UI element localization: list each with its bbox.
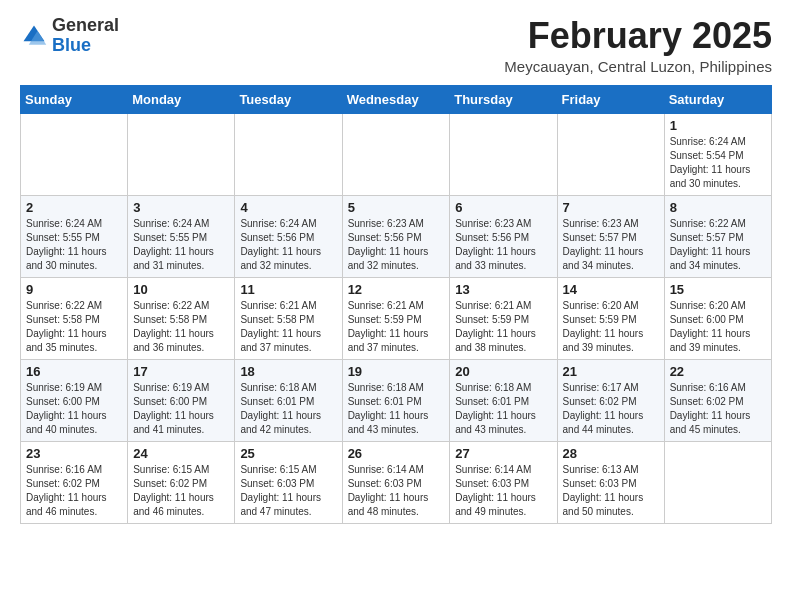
calendar-cell: 16Sunrise: 6:19 AM Sunset: 6:00 PM Dayli…: [21, 359, 128, 441]
logo-general-text: General: [52, 15, 119, 35]
calendar-cell: 27Sunrise: 6:14 AM Sunset: 6:03 PM Dayli…: [450, 441, 557, 523]
day-info: Sunrise: 6:24 AM Sunset: 5:56 PM Dayligh…: [240, 217, 336, 273]
page-header: General Blue February 2025 Meycauayan, C…: [20, 16, 772, 75]
day-info: Sunrise: 6:15 AM Sunset: 6:02 PM Dayligh…: [133, 463, 229, 519]
day-of-week-header: Friday: [557, 85, 664, 113]
days-of-week-row: SundayMondayTuesdayWednesdayThursdayFrid…: [21, 85, 772, 113]
calendar-cell: 21Sunrise: 6:17 AM Sunset: 6:02 PM Dayli…: [557, 359, 664, 441]
calendar-week-row: 16Sunrise: 6:19 AM Sunset: 6:00 PM Dayli…: [21, 359, 772, 441]
day-number: 3: [133, 200, 229, 215]
day-info: Sunrise: 6:18 AM Sunset: 6:01 PM Dayligh…: [348, 381, 445, 437]
day-number: 9: [26, 282, 122, 297]
location-subtitle: Meycauayan, Central Luzon, Philippines: [504, 58, 772, 75]
calendar-cell: 12Sunrise: 6:21 AM Sunset: 5:59 PM Dayli…: [342, 277, 450, 359]
day-number: 18: [240, 364, 336, 379]
day-number: 15: [670, 282, 766, 297]
calendar-cell: 22Sunrise: 6:16 AM Sunset: 6:02 PM Dayli…: [664, 359, 771, 441]
calendar-cell: 10Sunrise: 6:22 AM Sunset: 5:58 PM Dayli…: [128, 277, 235, 359]
calendar-cell: 24Sunrise: 6:15 AM Sunset: 6:02 PM Dayli…: [128, 441, 235, 523]
day-number: 10: [133, 282, 229, 297]
day-info: Sunrise: 6:21 AM Sunset: 5:58 PM Dayligh…: [240, 299, 336, 355]
calendar-cell: 20Sunrise: 6:18 AM Sunset: 6:01 PM Dayli…: [450, 359, 557, 441]
calendar-cell: 9Sunrise: 6:22 AM Sunset: 5:58 PM Daylig…: [21, 277, 128, 359]
calendar-cell: 8Sunrise: 6:22 AM Sunset: 5:57 PM Daylig…: [664, 195, 771, 277]
day-info: Sunrise: 6:20 AM Sunset: 6:00 PM Dayligh…: [670, 299, 766, 355]
day-info: Sunrise: 6:20 AM Sunset: 5:59 PM Dayligh…: [563, 299, 659, 355]
calendar-week-row: 9Sunrise: 6:22 AM Sunset: 5:58 PM Daylig…: [21, 277, 772, 359]
calendar-cell: 4Sunrise: 6:24 AM Sunset: 5:56 PM Daylig…: [235, 195, 342, 277]
day-number: 14: [563, 282, 659, 297]
calendar-week-row: 23Sunrise: 6:16 AM Sunset: 6:02 PM Dayli…: [21, 441, 772, 523]
calendar-cell: 19Sunrise: 6:18 AM Sunset: 6:01 PM Dayli…: [342, 359, 450, 441]
calendar-cell: 2Sunrise: 6:24 AM Sunset: 5:55 PM Daylig…: [21, 195, 128, 277]
calendar-cell: 26Sunrise: 6:14 AM Sunset: 6:03 PM Dayli…: [342, 441, 450, 523]
logo-icon: [20, 22, 48, 50]
calendar-cell: 28Sunrise: 6:13 AM Sunset: 6:03 PM Dayli…: [557, 441, 664, 523]
day-info: Sunrise: 6:23 AM Sunset: 5:57 PM Dayligh…: [563, 217, 659, 273]
calendar-cell: 5Sunrise: 6:23 AM Sunset: 5:56 PM Daylig…: [342, 195, 450, 277]
day-number: 20: [455, 364, 551, 379]
day-info: Sunrise: 6:21 AM Sunset: 5:59 PM Dayligh…: [455, 299, 551, 355]
day-number: 5: [348, 200, 445, 215]
calendar-week-row: 1Sunrise: 6:24 AM Sunset: 5:54 PM Daylig…: [21, 113, 772, 195]
day-number: 22: [670, 364, 766, 379]
day-info: Sunrise: 6:18 AM Sunset: 6:01 PM Dayligh…: [240, 381, 336, 437]
day-number: 16: [26, 364, 122, 379]
day-info: Sunrise: 6:16 AM Sunset: 6:02 PM Dayligh…: [26, 463, 122, 519]
day-info: Sunrise: 6:19 AM Sunset: 6:00 PM Dayligh…: [133, 381, 229, 437]
calendar-cell: 23Sunrise: 6:16 AM Sunset: 6:02 PM Dayli…: [21, 441, 128, 523]
calendar-cell: 18Sunrise: 6:18 AM Sunset: 6:01 PM Dayli…: [235, 359, 342, 441]
month-year-title: February 2025: [504, 16, 772, 56]
day-number: 4: [240, 200, 336, 215]
day-number: 21: [563, 364, 659, 379]
day-number: 12: [348, 282, 445, 297]
day-number: 28: [563, 446, 659, 461]
day-info: Sunrise: 6:24 AM Sunset: 5:54 PM Dayligh…: [670, 135, 766, 191]
calendar-cell: [664, 441, 771, 523]
calendar-cell: [21, 113, 128, 195]
day-number: 1: [670, 118, 766, 133]
day-number: 25: [240, 446, 336, 461]
day-number: 26: [348, 446, 445, 461]
day-of-week-header: Wednesday: [342, 85, 450, 113]
day-info: Sunrise: 6:19 AM Sunset: 6:00 PM Dayligh…: [26, 381, 122, 437]
calendar-cell: [450, 113, 557, 195]
day-number: 27: [455, 446, 551, 461]
title-area: February 2025 Meycauayan, Central Luzon,…: [504, 16, 772, 75]
calendar-cell: [235, 113, 342, 195]
calendar-cell: [128, 113, 235, 195]
day-info: Sunrise: 6:24 AM Sunset: 5:55 PM Dayligh…: [133, 217, 229, 273]
day-info: Sunrise: 6:22 AM Sunset: 5:58 PM Dayligh…: [133, 299, 229, 355]
day-of-week-header: Thursday: [450, 85, 557, 113]
day-of-week-header: Saturday: [664, 85, 771, 113]
calendar-week-row: 2Sunrise: 6:24 AM Sunset: 5:55 PM Daylig…: [21, 195, 772, 277]
day-info: Sunrise: 6:15 AM Sunset: 6:03 PM Dayligh…: [240, 463, 336, 519]
calendar-cell: [342, 113, 450, 195]
day-of-week-header: Monday: [128, 85, 235, 113]
day-info: Sunrise: 6:23 AM Sunset: 5:56 PM Dayligh…: [348, 217, 445, 273]
logo: General Blue: [20, 16, 119, 56]
day-number: 7: [563, 200, 659, 215]
day-number: 23: [26, 446, 122, 461]
calendar-cell: 13Sunrise: 6:21 AM Sunset: 5:59 PM Dayli…: [450, 277, 557, 359]
calendar-cell: 1Sunrise: 6:24 AM Sunset: 5:54 PM Daylig…: [664, 113, 771, 195]
day-number: 17: [133, 364, 229, 379]
day-info: Sunrise: 6:17 AM Sunset: 6:02 PM Dayligh…: [563, 381, 659, 437]
calendar-cell: 17Sunrise: 6:19 AM Sunset: 6:00 PM Dayli…: [128, 359, 235, 441]
calendar-header: SundayMondayTuesdayWednesdayThursdayFrid…: [21, 85, 772, 113]
calendar-body: 1Sunrise: 6:24 AM Sunset: 5:54 PM Daylig…: [21, 113, 772, 523]
calendar-cell: 3Sunrise: 6:24 AM Sunset: 5:55 PM Daylig…: [128, 195, 235, 277]
day-info: Sunrise: 6:13 AM Sunset: 6:03 PM Dayligh…: [563, 463, 659, 519]
day-info: Sunrise: 6:14 AM Sunset: 6:03 PM Dayligh…: [348, 463, 445, 519]
calendar-table: SundayMondayTuesdayWednesdayThursdayFrid…: [20, 85, 772, 524]
day-number: 6: [455, 200, 551, 215]
day-info: Sunrise: 6:16 AM Sunset: 6:02 PM Dayligh…: [670, 381, 766, 437]
logo-blue-text: Blue: [52, 35, 91, 55]
day-info: Sunrise: 6:23 AM Sunset: 5:56 PM Dayligh…: [455, 217, 551, 273]
day-number: 8: [670, 200, 766, 215]
calendar-cell: [557, 113, 664, 195]
calendar-cell: 7Sunrise: 6:23 AM Sunset: 5:57 PM Daylig…: [557, 195, 664, 277]
day-info: Sunrise: 6:14 AM Sunset: 6:03 PM Dayligh…: [455, 463, 551, 519]
calendar-cell: 15Sunrise: 6:20 AM Sunset: 6:00 PM Dayli…: [664, 277, 771, 359]
day-number: 13: [455, 282, 551, 297]
